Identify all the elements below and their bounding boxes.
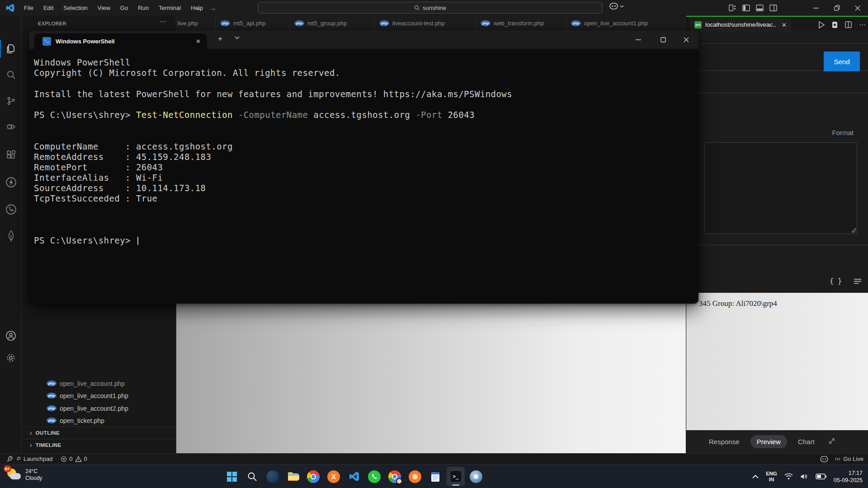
language-indicator[interactable]: ENG IN: [766, 471, 777, 483]
toggle-panel-icon[interactable]: [756, 5, 764, 11]
settings-gear-icon[interactable]: [0, 349, 22, 367]
tab-localhost-preview[interactable]: pos localhost/sunshine/liveac.. ✕: [690, 18, 791, 32]
run-debug-icon[interactable]: [0, 117, 22, 136]
window-restore-button[interactable]: [826, 0, 847, 16]
taskbar-xampp-icon[interactable]: X: [325, 467, 343, 486]
terminal-minimize-button[interactable]: [628, 31, 649, 49]
file-item[interactable]: phpopen_ticket.php: [22, 414, 176, 427]
taskbar-app-misc-icon[interactable]: [467, 467, 485, 486]
tab-close-icon[interactable]: ✕: [782, 21, 787, 28]
taskbar-file-explorer-icon[interactable]: [284, 467, 302, 486]
share-icon[interactable]: [0, 200, 22, 218]
response-tab-preview[interactable]: Preview: [750, 435, 787, 448]
go-live-status-item[interactable]: Go Live: [835, 455, 863, 462]
timeline-section[interactable]: › TIMELINE: [22, 439, 176, 450]
open-in-device-icon[interactable]: [832, 21, 838, 28]
rest-client-panel: pos localhost/sunshine/liveac.. ✕ ⋯ Send…: [686, 16, 868, 453]
taskbar-chrome-profile-icon[interactable]: [386, 467, 404, 486]
weather-widget[interactable]: 9+ 24°C Cloudy: [6, 467, 42, 483]
tray-chevron-up-icon[interactable]: [752, 475, 759, 479]
file-name: open_live_account1.php: [60, 392, 128, 399]
extensions-icon[interactable]: [0, 146, 22, 164]
json-format-icon[interactable]: { }: [830, 277, 842, 285]
terminal-output[interactable]: Windows PowerShellCopyright (C) Microsof…: [29, 49, 698, 304]
file-item[interactable]: phpopen_live_account1.php: [22, 389, 176, 402]
customize-layout-icon[interactable]: [729, 5, 736, 11]
menu-terminal[interactable]: Terminal: [154, 2, 186, 14]
explorer-icon[interactable]: [0, 40, 22, 58]
menu-run[interactable]: Run: [133, 2, 154, 14]
split-editor-icon[interactable]: [845, 21, 852, 28]
menu-selection[interactable]: Selection: [58, 2, 92, 14]
vscode-status-bar: Launchpad 0 0 Go Live: [0, 453, 868, 464]
terminal-maximize-button[interactable]: [653, 31, 674, 49]
taskbar-edge-icon[interactable]: [264, 467, 282, 486]
terminal-tab[interactable]: ›_ Windows PowerShell ✕: [34, 33, 207, 49]
tab-dropdown-icon[interactable]: [235, 36, 240, 39]
run-file-icon[interactable]: [818, 21, 825, 28]
more-actions-icon[interactable]: ⋯: [859, 21, 866, 29]
command-search-box[interactable]: sunshine: [258, 2, 603, 14]
taskbar-vscode-icon[interactable]: [345, 467, 363, 486]
copilot-menu[interactable]: [609, 3, 624, 9]
format-label[interactable]: Format: [832, 129, 854, 136]
copilot-status-icon[interactable]: [820, 456, 828, 462]
menu-file[interactable]: File: [19, 2, 38, 14]
back-button[interactable]: ←: [196, 4, 203, 12]
taskbar-whatsapp-icon[interactable]: [365, 467, 383, 486]
toggle-secondary-sidebar-icon[interactable]: [769, 5, 777, 11]
clock-widget[interactable]: 17:17 05-09-2025: [834, 469, 863, 484]
taskbar-search-icon[interactable]: [243, 467, 261, 486]
launchpad-status-item[interactable]: Launchpad: [6, 455, 52, 462]
editor-tab-live.php[interactable]: live.php: [176, 16, 216, 31]
chevron-right-icon: ›: [30, 429, 32, 437]
menu-go[interactable]: Go: [115, 2, 133, 14]
editor-tab-mt5_api.php[interactable]: phpmt5_api.php: [216, 16, 290, 31]
problems-status-item[interactable]: 0 0: [61, 455, 87, 462]
error-count: 0: [69, 455, 72, 462]
terminal-line: Windows PowerShell: [34, 57, 698, 68]
file-item[interactable]: phpopen_live_account2.php: [22, 402, 176, 414]
terminal-titlebar[interactable]: ›_ Windows PowerShell ✕ +: [29, 31, 698, 49]
resize-grip-icon[interactable]: [851, 228, 856, 233]
new-tab-button[interactable]: +: [218, 34, 222, 43]
url-input[interactable]: [686, 44, 822, 71]
editor-tab-liveaccount-test.php[interactable]: phpliveaccount-test.php: [375, 16, 476, 31]
source-control-icon[interactable]: [0, 92, 22, 110]
outline-section[interactable]: › OUTLINE: [22, 427, 176, 438]
taskbar-terminal-icon[interactable]: >_: [447, 467, 465, 486]
menu-edit[interactable]: Edit: [38, 2, 58, 14]
taskbar-notepad-icon[interactable]: [426, 467, 444, 486]
forward-button[interactable]: →: [209, 4, 217, 12]
align-lines-icon[interactable]: [854, 278, 862, 284]
response-tab-response[interactable]: Response: [703, 435, 746, 448]
taskbar-xampp-alt-icon[interactable]: [406, 467, 424, 486]
response-tab-chart[interactable]: Chart: [792, 435, 821, 448]
php-file-icon: php: [220, 20, 230, 26]
taskbar-chrome-icon[interactable]: [304, 467, 322, 486]
thunder-client-icon[interactable]: [0, 173, 22, 191]
editor-tab-web_transform.php[interactable]: phpweb_transform.php: [476, 16, 566, 31]
editor-tab-open_live_account1.php[interactable]: phpopen_live_account1.php: [566, 16, 686, 31]
battery-icon[interactable]: [816, 474, 826, 479]
terminal-close-button[interactable]: [676, 31, 697, 49]
expand-diagonal-icon[interactable]: [828, 437, 835, 446]
page-favicon: pos: [694, 21, 702, 28]
wifi-icon[interactable]: [784, 473, 793, 480]
errors-icon: [61, 456, 67, 462]
taskbar-start-icon[interactable]: [223, 467, 241, 486]
request-body-textarea[interactable]: [704, 142, 857, 234]
editor-tab-mt5_group.php[interactable]: phpmt5_group.php: [290, 16, 375, 31]
window-close-button[interactable]: [847, 0, 868, 16]
terminal-tab-close-icon[interactable]: ✕: [196, 38, 201, 45]
send-button[interactable]: Send: [824, 52, 860, 71]
toggle-primary-sidebar-icon[interactable]: [742, 5, 750, 11]
search-icon[interactable]: [0, 66, 22, 84]
menu-view[interactable]: View: [93, 2, 115, 14]
explorer-more-actions-icon[interactable]: ⋯: [159, 18, 166, 26]
volume-icon[interactable]: [800, 473, 808, 480]
file-item[interactable]: phpopen_live_account.php: [22, 377, 176, 389]
account-icon[interactable]: [0, 327, 22, 345]
window-minimize-button[interactable]: [806, 0, 826, 16]
mongodb-icon[interactable]: [0, 227, 22, 245]
